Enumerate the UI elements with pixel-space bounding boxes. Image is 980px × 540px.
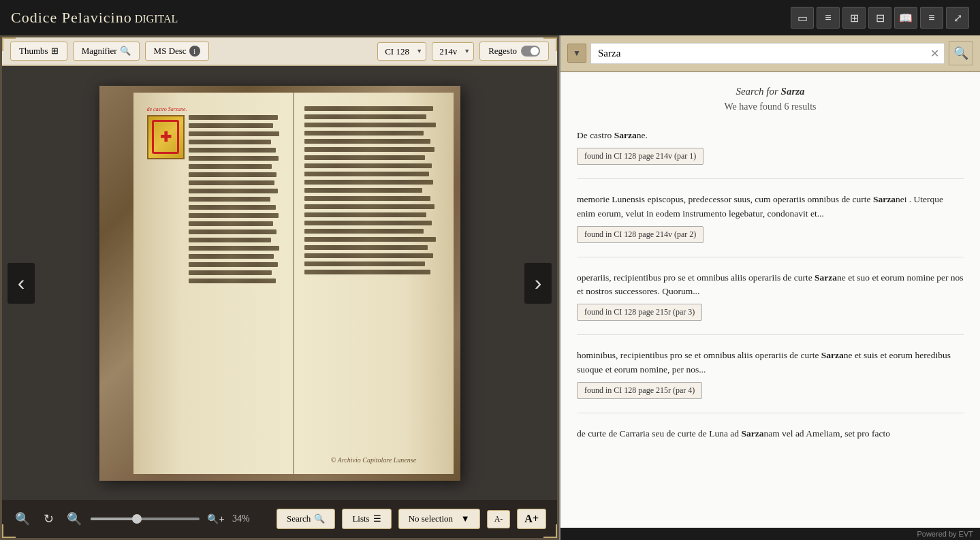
selection-dropdown-button[interactable]: No selection ▼ (398, 509, 480, 529)
result-item-3: operariis, recipientibus pro se et omnib… (577, 271, 964, 336)
search-input[interactable] (590, 43, 945, 64)
result-link-3[interactable]: found in CI 128 page 215r (par 3) (577, 304, 702, 321)
book-area: ‹ de castro Sarzane. ✚ (2, 66, 557, 500)
magnifier-button[interactable]: Magnifier 🔍 (73, 42, 140, 61)
page-left: de castro Sarzane. ✚ (133, 93, 294, 474)
result-item-1: De castro Sarzane. found in CI 128 page … (577, 129, 964, 179)
selection-chevron-icon: ▼ (461, 513, 470, 524)
result-item-4: hominibus, recipientibus pro se et omnib… (577, 349, 964, 413)
corner-bl (2, 524, 16, 538)
zoom-out-btn[interactable]: 🔍 (65, 509, 84, 528)
thumbs-label: Thumbs (19, 46, 48, 57)
manuscript-image: de castro Sarzane. ✚ (99, 86, 460, 481)
ci-select-wrapper: CI 128 (377, 42, 426, 61)
result-item-2: memorie Lunensis episcopus, predecessor … (577, 193, 964, 257)
page-right: © Archivio Capitolare Lunense (294, 93, 454, 474)
lists-bottom-button[interactable]: Lists ☰ (342, 509, 391, 529)
msdesc-label: MS Desc (154, 46, 187, 57)
header-controls: ▭ ≡ ⊞ ⊟ 📖 ≡ ⤢ (791, 7, 969, 29)
thumbs-icon: ⊞ (51, 46, 59, 57)
lists-icon: ☰ (373, 513, 381, 524)
two-col-btn[interactable]: ⊞ (842, 7, 866, 29)
search-go-button[interactable]: 🔍 (949, 41, 973, 65)
zoom-slider-fill (91, 518, 134, 520)
result-text-2: memorie Lunensis episcopus, predecessor … (577, 193, 964, 221)
magnifier-label: Magnifier (82, 46, 117, 57)
font-larger-button[interactable]: A+ (517, 509, 546, 529)
manuscript-pages: de castro Sarzane. ✚ (133, 93, 454, 474)
red-heading: de castro Sarzane. (147, 106, 283, 112)
search-title: Search for Sarza (577, 86, 964, 97)
decorated-initial: ✚ (147, 115, 185, 159)
search-bottom-button[interactable]: Search 🔍 (276, 509, 335, 529)
page-select[interactable]: 214v (432, 42, 474, 61)
search-panel: ▼ ✕ 🔍 Search for Sarza We have found 6 r… (559, 35, 980, 540)
search-results-area: Search for Sarza We have found 6 results… (560, 72, 980, 528)
regesto-toggle (521, 46, 540, 57)
result-text-5: de curte de Carraria seu de curte de Lun… (577, 427, 964, 441)
magnifier-icon: 🔍 (120, 46, 131, 57)
search-count: We have found 6 results (577, 101, 964, 112)
clear-search-button[interactable]: ✕ (930, 47, 939, 60)
footer: Powered by EVT (560, 528, 980, 540)
manuscript-caption: © Archivio Capitolare Lunense (331, 456, 416, 464)
three-col-btn[interactable]: ⊟ (868, 7, 891, 29)
header: Codice Pelavicino DIGITAL ▭ ≡ ⊞ ⊟ 📖 ≡ ⤢ (0, 0, 980, 35)
thumbs-button[interactable]: Thumbs ⊞ (10, 42, 67, 61)
search-input-wrapper: ✕ (590, 43, 945, 64)
single-page-btn[interactable]: ▭ (791, 7, 814, 29)
result-link-2[interactable]: found in CI 128 page 214v (par 2) (577, 226, 704, 243)
viewer-toolbar: Thumbs ⊞ Magnifier 🔍 MS Desc i CI 128 21… (2, 37, 557, 66)
list-view-btn[interactable]: ≡ (817, 7, 840, 29)
corner-tl (2, 37, 16, 51)
zoom-rotate-btn[interactable]: ↻ (39, 509, 58, 528)
msdesc-button[interactable]: MS Desc i (145, 42, 209, 61)
lists-bottom-label: Lists (352, 513, 369, 524)
search-bottom-icon: 🔍 (314, 513, 325, 524)
font-smaller-button[interactable]: A- (487, 510, 511, 528)
expand-btn[interactable]: ⤢ (946, 7, 969, 29)
header-title-area: Codice Pelavicino DIGITAL (11, 9, 178, 27)
result-item-5: de curte de Carraria seu de curte de Lun… (577, 427, 964, 460)
zoom-slider[interactable] (91, 518, 200, 520)
corner-br (543, 524, 557, 538)
selection-label: No selection (409, 513, 453, 524)
regesto-button[interactable]: Regesto (479, 42, 549, 61)
search-bar: ▼ ✕ 🔍 (560, 35, 980, 72)
digital-badge: DIGITAL (135, 13, 178, 25)
prev-page-button[interactable]: ‹ (7, 263, 35, 304)
zoom-in-btn[interactable]: 🔍+ (206, 509, 225, 528)
footer-text: Powered by EVT (917, 530, 973, 538)
corner-tr (543, 37, 557, 51)
next-page-button[interactable]: › (524, 263, 552, 304)
search-bottom-label: Search (287, 513, 311, 524)
viewer-bottom-toolbar: 🔍 ↻ 🔍 🔍+ 34% Search 🔍 Lists ☰ No selecti… (2, 500, 557, 538)
zoom-slider-thumb[interactable] (132, 514, 142, 524)
zoom-reset-btn[interactable]: 🔍 (13, 509, 32, 528)
msdesc-icon: i (189, 46, 200, 57)
collapse-search-button[interactable]: ▼ (567, 44, 586, 63)
main-area: Thumbs ⊞ Magnifier 🔍 MS Desc i CI 128 21… (0, 35, 980, 540)
viewer-panel: Thumbs ⊞ Magnifier 🔍 MS Desc i CI 128 21… (0, 35, 559, 540)
result-link-4[interactable]: found in CI 128 page 215r (par 4) (577, 382, 702, 399)
menu-btn[interactable]: ≡ (920, 7, 943, 29)
result-text-4: hominibus, recipientibus pro se et omnib… (577, 349, 964, 377)
result-text-3: operariis, recipientibus pro se et omnib… (577, 271, 964, 299)
zoom-percentage: 34% (232, 513, 263, 524)
app-title: Codice Pelavicino (11, 9, 132, 26)
book-view-btn[interactable]: 📖 (894, 7, 917, 29)
result-text-1: De castro Sarzane. (577, 129, 964, 142)
page-select-wrapper: 214v (432, 42, 474, 61)
regesto-label: Regesto (488, 46, 517, 57)
ci-select[interactable]: CI 128 (377, 42, 426, 61)
result-link-1[interactable]: found in CI 128 page 214v (par 1) (577, 148, 704, 165)
